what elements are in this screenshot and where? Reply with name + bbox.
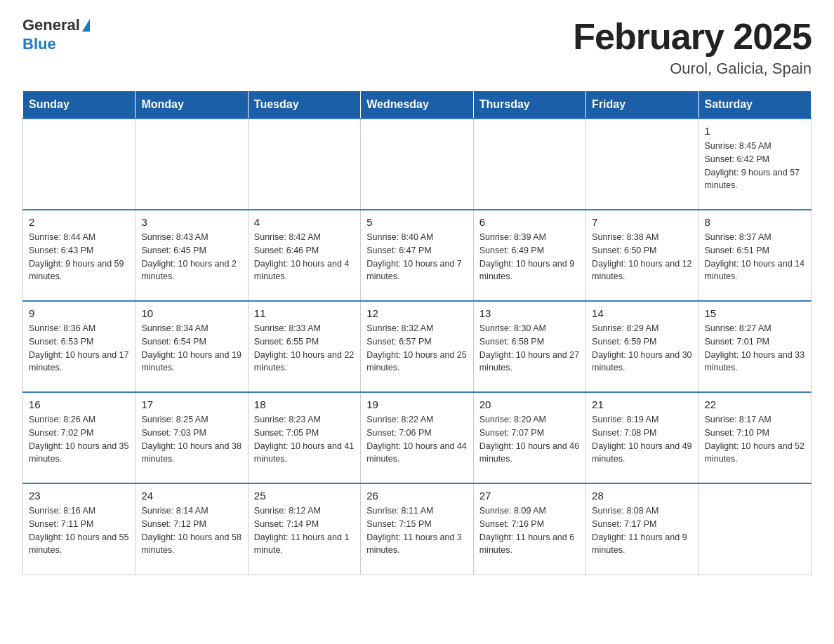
- day-number: 25: [254, 490, 355, 502]
- day-cell: [699, 483, 811, 575]
- day-cell: 4Sunrise: 8:42 AMSunset: 6:46 PMDaylight…: [248, 210, 360, 301]
- day-info: Sunrise: 8:37 AMSunset: 6:51 PMDaylight:…: [705, 231, 805, 283]
- day-number: 4: [254, 216, 355, 228]
- day-number: 10: [141, 307, 241, 319]
- weekday-header-tuesday: Tuesday: [248, 91, 360, 119]
- week-row-3: 9Sunrise: 8:36 AMSunset: 6:53 PMDaylight…: [23, 301, 812, 392]
- day-number: 28: [592, 490, 692, 502]
- day-info: Sunrise: 8:20 AMSunset: 7:07 PMDaylight:…: [479, 413, 580, 466]
- weekday-header-friday: Friday: [586, 91, 699, 119]
- day-cell: 19Sunrise: 8:22 AMSunset: 7:06 PMDayligh…: [361, 392, 473, 483]
- day-number: 12: [366, 307, 467, 319]
- day-cell: 28Sunrise: 8:08 AMSunset: 7:17 PMDayligh…: [586, 483, 699, 575]
- day-info: Sunrise: 8:22 AMSunset: 7:06 PMDaylight:…: [366, 413, 467, 466]
- day-info: Sunrise: 8:12 AMSunset: 7:14 PMDaylight:…: [254, 504, 355, 557]
- day-info: Sunrise: 8:45 AMSunset: 6:42 PMDaylight:…: [705, 140, 805, 192]
- calendar-title: February 2025: [573, 17, 812, 57]
- day-info: Sunrise: 8:11 AMSunset: 7:15 PMDaylight:…: [366, 504, 467, 557]
- calendar-table: SundayMondayTuesdayWednesdayThursdayFrid…: [22, 90, 812, 575]
- day-cell: [23, 119, 135, 210]
- week-row-4: 16Sunrise: 8:26 AMSunset: 7:02 PMDayligh…: [23, 392, 812, 483]
- day-info: Sunrise: 8:14 AMSunset: 7:12 PMDaylight:…: [141, 504, 241, 557]
- day-number: 16: [29, 398, 129, 410]
- day-number: 21: [592, 398, 692, 410]
- day-number: 8: [705, 216, 805, 228]
- day-cell: 7Sunrise: 8:38 AMSunset: 6:50 PMDaylight…: [586, 210, 699, 301]
- day-number: 20: [479, 398, 580, 410]
- day-cell: 25Sunrise: 8:12 AMSunset: 7:14 PMDayligh…: [248, 483, 360, 575]
- day-cell: 24Sunrise: 8:14 AMSunset: 7:12 PMDayligh…: [135, 483, 248, 575]
- day-cell: 9Sunrise: 8:36 AMSunset: 6:53 PMDaylight…: [23, 301, 135, 392]
- day-info: Sunrise: 8:40 AMSunset: 6:47 PMDaylight:…: [366, 231, 467, 283]
- day-number: 6: [479, 216, 580, 228]
- weekday-header-saturday: Saturday: [699, 91, 811, 119]
- day-number: 7: [592, 216, 692, 228]
- day-cell: 6Sunrise: 8:39 AMSunset: 6:49 PMDaylight…: [473, 210, 585, 301]
- day-cell: 16Sunrise: 8:26 AMSunset: 7:02 PMDayligh…: [23, 392, 135, 483]
- day-number: 17: [141, 398, 241, 410]
- day-info: Sunrise: 8:33 AMSunset: 6:55 PMDaylight:…: [254, 322, 355, 375]
- day-cell: 1Sunrise: 8:45 AMSunset: 6:42 PMDaylight…: [699, 119, 811, 210]
- weekday-header-monday: Monday: [135, 91, 248, 119]
- day-cell: 15Sunrise: 8:27 AMSunset: 7:01 PMDayligh…: [699, 301, 811, 392]
- day-number: 3: [141, 216, 241, 228]
- calendar-header: SundayMondayTuesdayWednesdayThursdayFrid…: [23, 91, 812, 119]
- day-info: Sunrise: 8:39 AMSunset: 6:49 PMDaylight:…: [479, 231, 580, 283]
- page-header: General Blue February 2025 Ourol, Galici…: [22, 17, 812, 78]
- day-number: 2: [29, 216, 129, 228]
- day-cell: [248, 119, 360, 210]
- day-number: 1: [705, 125, 805, 137]
- day-cell: [135, 119, 248, 210]
- day-number: 9: [29, 307, 129, 319]
- day-number: 5: [366, 216, 467, 228]
- day-number: 26: [366, 490, 467, 502]
- weekday-header-wednesday: Wednesday: [361, 91, 473, 119]
- day-info: Sunrise: 8:09 AMSunset: 7:16 PMDaylight:…: [479, 504, 580, 557]
- day-cell: 21Sunrise: 8:19 AMSunset: 7:08 PMDayligh…: [586, 392, 699, 483]
- day-cell: 17Sunrise: 8:25 AMSunset: 7:03 PMDayligh…: [135, 392, 248, 483]
- day-number: 18: [254, 398, 355, 410]
- day-cell: 26Sunrise: 8:11 AMSunset: 7:15 PMDayligh…: [361, 483, 473, 575]
- weekday-header-row: SundayMondayTuesdayWednesdayThursdayFrid…: [23, 91, 812, 119]
- day-info: Sunrise: 8:34 AMSunset: 6:54 PMDaylight:…: [141, 322, 241, 375]
- week-row-1: 1Sunrise: 8:45 AMSunset: 6:42 PMDaylight…: [23, 119, 812, 210]
- day-cell: 13Sunrise: 8:30 AMSunset: 6:58 PMDayligh…: [473, 301, 585, 392]
- day-cell: 14Sunrise: 8:29 AMSunset: 6:59 PMDayligh…: [586, 301, 699, 392]
- day-info: Sunrise: 8:38 AMSunset: 6:50 PMDaylight:…: [592, 231, 692, 283]
- day-info: Sunrise: 8:44 AMSunset: 6:43 PMDaylight:…: [29, 231, 129, 283]
- day-cell: 23Sunrise: 8:16 AMSunset: 7:11 PMDayligh…: [23, 483, 135, 575]
- day-cell: [361, 119, 473, 210]
- day-info: Sunrise: 8:43 AMSunset: 6:45 PMDaylight:…: [141, 231, 241, 283]
- day-number: 23: [29, 490, 129, 502]
- day-info: Sunrise: 8:08 AMSunset: 7:17 PMDaylight:…: [592, 504, 692, 557]
- day-cell: 2Sunrise: 8:44 AMSunset: 6:43 PMDaylight…: [23, 210, 135, 301]
- day-cell: 18Sunrise: 8:23 AMSunset: 7:05 PMDayligh…: [248, 392, 360, 483]
- day-cell: 20Sunrise: 8:20 AMSunset: 7:07 PMDayligh…: [473, 392, 585, 483]
- day-number: 14: [592, 307, 692, 319]
- day-cell: 12Sunrise: 8:32 AMSunset: 6:57 PMDayligh…: [361, 301, 473, 392]
- day-info: Sunrise: 8:30 AMSunset: 6:58 PMDaylight:…: [479, 322, 580, 375]
- day-info: Sunrise: 8:25 AMSunset: 7:03 PMDaylight:…: [141, 413, 241, 466]
- weekday-header-thursday: Thursday: [473, 91, 585, 119]
- day-cell: [473, 119, 585, 210]
- logo-triangle-icon: [82, 19, 90, 32]
- day-info: Sunrise: 8:17 AMSunset: 7:10 PMDaylight:…: [705, 413, 805, 466]
- day-info: Sunrise: 8:27 AMSunset: 7:01 PMDaylight:…: [705, 322, 805, 375]
- day-number: 19: [366, 398, 467, 410]
- day-info: Sunrise: 8:32 AMSunset: 6:57 PMDaylight:…: [366, 322, 467, 375]
- day-info: Sunrise: 8:36 AMSunset: 6:53 PMDaylight:…: [29, 322, 129, 375]
- weekday-header-sunday: Sunday: [23, 91, 135, 119]
- day-number: 13: [479, 307, 580, 319]
- logo: General Blue: [22, 17, 90, 53]
- day-number: 24: [141, 490, 241, 502]
- calendar-subtitle: Ourol, Galicia, Spain: [573, 60, 812, 78]
- day-cell: 5Sunrise: 8:40 AMSunset: 6:47 PMDaylight…: [361, 210, 473, 301]
- day-number: 27: [479, 490, 580, 502]
- calendar-body: 1Sunrise: 8:45 AMSunset: 6:42 PMDaylight…: [23, 119, 812, 575]
- week-row-2: 2Sunrise: 8:44 AMSunset: 6:43 PMDaylight…: [23, 210, 812, 301]
- day-cell: 11Sunrise: 8:33 AMSunset: 6:55 PMDayligh…: [248, 301, 360, 392]
- logo-general-text: General: [22, 17, 80, 34]
- day-info: Sunrise: 8:23 AMSunset: 7:05 PMDaylight:…: [254, 413, 355, 466]
- day-info: Sunrise: 8:42 AMSunset: 6:46 PMDaylight:…: [254, 231, 355, 283]
- week-row-5: 23Sunrise: 8:16 AMSunset: 7:11 PMDayligh…: [23, 483, 812, 575]
